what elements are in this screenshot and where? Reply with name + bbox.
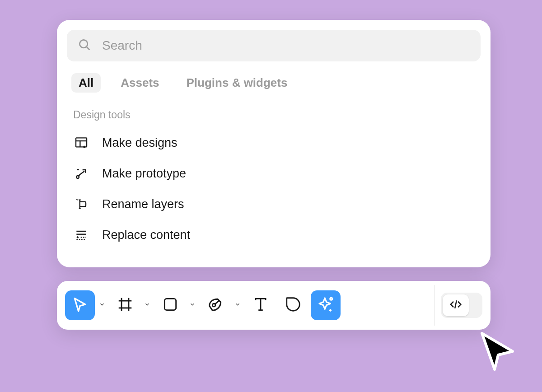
svg-rect-14 (164, 299, 176, 310)
action-label: Make designs (102, 136, 178, 150)
frame-icon (117, 296, 134, 315)
tab-plugins-widgets[interactable]: Plugins & widgets (179, 73, 295, 93)
pen-tool-menu[interactable] (232, 290, 243, 320)
svg-rect-2 (76, 138, 87, 147)
comment-tool[interactable] (278, 290, 308, 320)
svg-line-20 (455, 300, 457, 308)
tab-assets[interactable]: Assets (113, 73, 166, 93)
actions-panel: All Assets Plugins & widgets Design tool… (57, 20, 491, 267)
code-icon (449, 298, 463, 313)
dev-mode-toggle[interactable] (441, 293, 482, 318)
search-icon (78, 38, 91, 53)
make-prototype-icon (73, 165, 89, 182)
search-bar[interactable] (67, 30, 481, 61)
text-icon (252, 296, 269, 315)
chevron-down-icon (189, 301, 196, 309)
text-tool[interactable] (246, 290, 276, 320)
svg-line-1 (87, 47, 89, 50)
select-tool[interactable] (65, 290, 95, 320)
dev-mode-design (443, 294, 469, 316)
action-label: Replace content (102, 228, 190, 242)
rename-layers-icon (73, 196, 89, 212)
filter-tabs: All Assets Plugins & widgets (67, 61, 481, 102)
frame-tool-group (110, 290, 153, 320)
select-tool-group (65, 290, 107, 320)
ai-sparkle-icon (316, 295, 335, 316)
cursor-icon (71, 295, 89, 315)
tab-all[interactable]: All (71, 73, 101, 93)
shape-tool[interactable] (155, 290, 185, 320)
chevron-down-icon (234, 301, 241, 309)
mouse-cursor (477, 330, 520, 375)
svg-point-19 (330, 298, 332, 300)
svg-line-16 (215, 301, 219, 304)
svg-point-0 (79, 40, 88, 48)
pen-tool[interactable] (201, 290, 230, 320)
svg-point-15 (212, 303, 215, 307)
action-rename-layers[interactable]: Rename layers (67, 189, 481, 219)
toolbar-divider (434, 285, 435, 326)
pen-tool-group (201, 290, 243, 320)
main-toolbar (57, 281, 491, 330)
action-replace-content[interactable]: Replace content (67, 219, 481, 250)
design-tools-list: Make designs Make prototype (67, 126, 481, 257)
select-tool-menu[interactable] (97, 290, 107, 320)
action-make-designs[interactable]: Make designs (67, 127, 481, 158)
action-label: Rename layers (102, 197, 184, 211)
replace-content-icon (73, 227, 89, 243)
action-make-prototype[interactable]: Make prototype (67, 158, 481, 189)
svg-point-5 (76, 176, 79, 178)
search-input[interactable] (102, 38, 470, 53)
rectangle-icon (162, 296, 179, 315)
make-designs-icon (73, 135, 89, 151)
action-label: Make prototype (102, 167, 186, 181)
pen-icon (206, 295, 224, 315)
frame-tool-menu[interactable] (142, 290, 153, 320)
dev-mode-off (469, 294, 481, 316)
chevron-down-icon (99, 301, 105, 309)
chevron-down-icon (144, 301, 150, 309)
comment-icon (285, 296, 302, 315)
section-header: Design tools (67, 102, 481, 126)
ai-actions-tool[interactable] (311, 290, 341, 320)
frame-tool[interactable] (110, 290, 140, 320)
shape-tool-menu[interactable] (187, 290, 198, 320)
shape-tool-group (155, 290, 198, 320)
